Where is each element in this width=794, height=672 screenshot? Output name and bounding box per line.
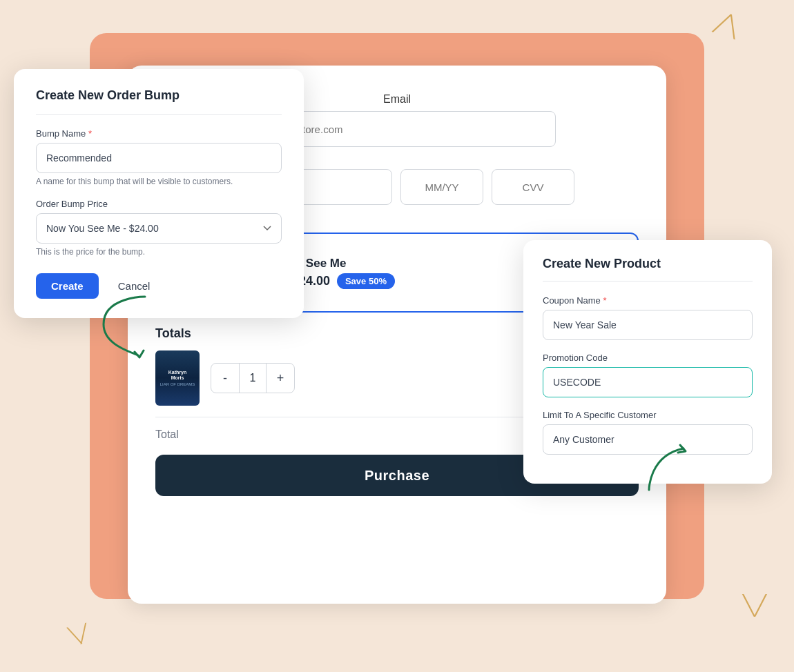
customer-limit-group: Limit To A Specific Customer	[543, 410, 753, 455]
total-label: Total	[155, 428, 179, 441]
bump-name-input[interactable]	[36, 143, 282, 173]
create-bump-button[interactable]: Create	[36, 273, 99, 299]
create-bump-modal-title: Create New Order Bump	[36, 88, 282, 115]
totals-book-title2: Moris	[171, 375, 184, 381]
bump-name-label: Bump Name *	[36, 128, 282, 139]
quantity-control: - 1 +	[211, 363, 295, 393]
decorative-dashes-bottom-right: ╲╱	[743, 594, 766, 617]
create-product-modal-title: Create New Product	[543, 257, 753, 281]
bump-price-hint: This is the price for the bump.	[36, 247, 282, 257]
coupon-name-input[interactable]	[543, 310, 753, 340]
card-expiry-input[interactable]	[400, 169, 483, 205]
coupon-name-label: Coupon Name *	[543, 295, 753, 306]
customer-limit-input[interactable]	[543, 424, 753, 455]
bump-price-label: Order Bump Price	[36, 199, 282, 209]
email-label: Email	[383, 93, 411, 106]
decorative-dashes-top: ╱╲	[712, 10, 742, 40]
bump-save-badge: Save 50%	[337, 273, 395, 289]
create-bump-modal: Create New Order Bump Bump Name * A name…	[14, 69, 304, 318]
coupon-name-required: *	[603, 295, 606, 306]
totals-book-cover: Kathryn Moris LIAR OF DREAMS	[155, 350, 200, 406]
bump-price-select[interactable]: Now You See Me - $24.00	[36, 213, 282, 244]
promotion-code-input[interactable]	[543, 367, 753, 397]
quantity-increase-button[interactable]: +	[267, 363, 294, 393]
decorative-dashes-bottom-left: ╲╱	[67, 623, 90, 646]
coupon-name-group: Coupon Name *	[543, 295, 753, 340]
quantity-value: 1	[239, 363, 267, 393]
card-cvv-input[interactable]	[492, 169, 574, 205]
totals-book-title1: Kathryn	[168, 370, 186, 375]
promotion-code-group: Promotion Code	[543, 353, 753, 397]
cancel-bump-button[interactable]: Cancel	[107, 273, 162, 299]
bump-price-group: Order Bump Price Now You See Me - $24.00…	[36, 199, 282, 257]
bump-name-group: Bump Name * A name for this bump that wi…	[36, 128, 282, 186]
bump-name-required: *	[88, 128, 92, 139]
promotion-code-label: Promotion Code	[543, 353, 753, 363]
bump-name-hint: A name for this bump that will be visibl…	[36, 177, 282, 186]
totals-book-subtitle: LIAR OF DREAMS	[160, 382, 195, 386]
bump-modal-actions: Create Cancel	[36, 273, 282, 299]
customer-limit-label: Limit To A Specific Customer	[543, 410, 753, 420]
create-product-modal: Create New Product Coupon Name * Promoti…	[523, 240, 772, 484]
quantity-decrease-button[interactable]: -	[211, 363, 239, 393]
